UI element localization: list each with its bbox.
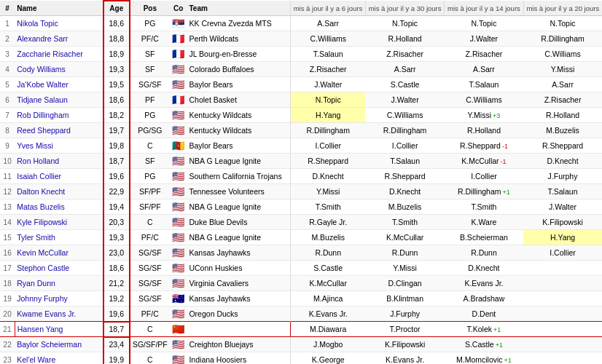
flag-cell: 🇷🇸 xyxy=(170,16,187,31)
pos-cell: SF/PF xyxy=(130,184,171,199)
flag-icon: 🇺🇸 xyxy=(172,63,184,75)
rank-cell: 14 xyxy=(0,215,15,230)
update6-cell: Z.Risacher xyxy=(290,62,365,77)
name-cell[interactable]: Zaccharie Risacher xyxy=(15,47,103,62)
age-cell: 23,4 xyxy=(103,337,130,352)
update14-cell: M.Momcilovic+1 xyxy=(445,352,523,365)
rankings-table: # Name Age Pos Co Team mis à jour il y a… xyxy=(0,0,602,364)
update14-cell: R.Sheppard-1 xyxy=(445,138,523,154)
update20-cell xyxy=(523,322,602,337)
flag-cell: 🇺🇸 xyxy=(170,230,187,245)
update30-cell: M.Buzelis xyxy=(365,199,444,215)
age-cell: 19,9 xyxy=(103,352,130,365)
update14-cell: R.Dillingham+1 xyxy=(445,184,523,199)
update6-cell: J.Mogbo xyxy=(290,337,365,352)
name-cell[interactable]: Ron Holland xyxy=(15,154,103,169)
rank-cell: 9 xyxy=(0,138,15,154)
name-cell[interactable]: Johnny Furphy xyxy=(15,291,103,306)
flag-cell: 🇫🇷 xyxy=(170,31,187,47)
pos-cell: SG/SF xyxy=(130,261,171,276)
age-cell: 21,2 xyxy=(103,276,130,291)
update30-cell: J.Furphy xyxy=(365,306,444,322)
update20-cell: K.Filipowski xyxy=(523,215,602,230)
update6-cell: Y.Missi xyxy=(290,184,365,199)
rank-cell: 10 xyxy=(0,154,15,169)
name-cell[interactable]: Baylor Scheierman xyxy=(15,337,103,352)
rank-cell: 2 xyxy=(0,31,15,47)
pos-cell: SG/SF/PF xyxy=(130,337,171,352)
rank-cell: 16 xyxy=(0,245,15,261)
name-cell[interactable]: Hansen Yang xyxy=(15,322,103,337)
pos-header: Pos xyxy=(130,1,171,16)
pos-cell: C xyxy=(130,322,171,337)
age-cell: 19,3 xyxy=(103,62,130,77)
team-cell: Oregon Ducks xyxy=(187,306,290,322)
flag-cell: 🇫🇷 xyxy=(170,92,187,108)
update14-cell: S.Castle+1 xyxy=(445,337,523,352)
name-cell[interactable]: Matas Buzelis xyxy=(15,199,103,215)
update14-cell: J.Walter xyxy=(445,31,523,47)
update14-cell: T.Salaun xyxy=(445,77,523,92)
update20-cell: Z.Risacher xyxy=(523,92,602,108)
name-cell[interactable]: Kyle Filipowski xyxy=(15,215,103,230)
name-cell[interactable]: Cody Williams xyxy=(15,62,103,77)
age-cell: 18,7 xyxy=(103,154,130,169)
age-cell: 23,0 xyxy=(103,245,130,261)
update30-cell: R.Sheppard xyxy=(365,169,444,184)
rank-cell: 1 xyxy=(0,16,15,31)
delta-badge: +1 xyxy=(504,357,512,364)
name-cell[interactable]: Kwame Evans Jr. xyxy=(15,306,103,322)
update20-cell: J.Walter xyxy=(523,199,602,215)
team-cell: Duke Blue Devils xyxy=(187,215,290,230)
name-cell[interactable]: Dalton Knecht xyxy=(15,184,103,199)
flag-cell: 🇺🇸 xyxy=(170,154,187,169)
name-cell[interactable]: Nikola Topic xyxy=(15,16,103,31)
update30-cell: I.Collier xyxy=(365,138,444,154)
update30-cell: J.Walter xyxy=(365,92,444,108)
name-cell[interactable]: Tyler Smith xyxy=(15,230,103,245)
team-cell: Kentucky Wildcats xyxy=(187,108,290,123)
update30-cell: R.Holland xyxy=(365,31,444,47)
update6-cell: S.Castle xyxy=(290,261,365,276)
name-cell[interactable]: Isaiah Collier xyxy=(15,169,103,184)
team-cell: Baylor Bears xyxy=(187,138,290,154)
name-cell[interactable]: Reed Sheppard xyxy=(15,123,103,138)
name-cell[interactable]: Kevin McCullar xyxy=(15,245,103,261)
delta-badge: +3 xyxy=(493,112,500,119)
name-cell[interactable]: Alexandre Sarr xyxy=(15,31,103,47)
flag-cell: 🇺🇸 xyxy=(170,108,187,123)
flag-icon: 🇺🇸 xyxy=(172,339,184,350)
pos-cell: SF xyxy=(130,62,171,77)
team-cell: UConn Huskies xyxy=(187,261,290,276)
name-cell[interactable]: Rob Dillingham xyxy=(15,108,103,123)
name-header: Name xyxy=(15,1,103,16)
name-cell[interactable]: Ryan Dunn xyxy=(15,276,103,291)
age-cell: 19,2 xyxy=(103,291,130,306)
name-cell[interactable]: Tidjane Salaun xyxy=(15,92,103,108)
update20-cell xyxy=(523,276,602,291)
flag-icon: 🇺🇸 xyxy=(172,277,184,289)
table-row: 18Ryan Dunn21,2SG/SF🇺🇸Virginia Cavaliers… xyxy=(0,276,602,291)
name-cell[interactable]: Stephon Castle xyxy=(15,261,103,276)
update14-cell: A.Sarr xyxy=(445,62,523,77)
update14-cell: B.Scheierman xyxy=(445,230,523,245)
name-cell[interactable]: Kel'el Ware xyxy=(15,352,103,365)
update6-cell: T.Smith xyxy=(290,199,365,215)
update20-cell: I.Collier xyxy=(523,245,602,261)
flag-icon: 🇺🇸 xyxy=(172,354,184,364)
table-row: 3Zaccharie Risacher18,9SF🇫🇷JL Bourg-en-B… xyxy=(0,47,602,62)
name-cell[interactable]: Yves Missi xyxy=(15,138,103,154)
team-cell: Kansas Jayhawks xyxy=(187,245,290,261)
flag-cell: 🇺🇸 xyxy=(170,169,187,184)
delta-badge: -1 xyxy=(501,158,507,165)
update6-cell: C.Williams xyxy=(290,31,365,47)
rank-cell: 11 xyxy=(0,169,15,184)
flag-icon: 🇫🇷 xyxy=(172,33,184,44)
table-row: 21Hansen Yang18,7C🇨🇳M.DiawaraT.ProctorT.… xyxy=(0,322,602,337)
update20-cell: N.Topic xyxy=(523,16,602,31)
update6-cell: R.Sheppard xyxy=(290,154,365,169)
update6-cell: K.George xyxy=(290,352,365,365)
rank-cell: 20 xyxy=(0,306,15,322)
flag-icon: 🇺🇸 xyxy=(172,216,184,228)
name-cell[interactable]: Ja'Kobe Walter xyxy=(15,77,103,92)
